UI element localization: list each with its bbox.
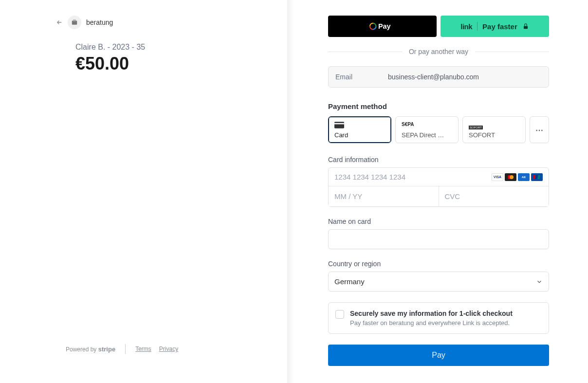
- card-brand-icons: VISA AE: [492, 173, 543, 181]
- link-pay-button[interactable]: link Pay faster: [441, 16, 549, 37]
- payment-tab-card[interactable]: Card: [328, 116, 391, 143]
- payment-form-panel: Pay link Pay faster Or pay another way E…: [294, 0, 588, 383]
- sepa-icon: S€PA: [402, 122, 452, 128]
- payment-tab-card-label: Card: [334, 131, 385, 139]
- product-price: €50.00: [75, 54, 277, 74]
- powered-by-label: Powered by stripe: [66, 346, 115, 353]
- save-info-title: Securely save my information for 1-click…: [350, 310, 513, 317]
- visa-icon: VISA: [492, 173, 503, 181]
- svg-rect-8: [334, 122, 344, 128]
- svg-rect-13: [535, 175, 537, 179]
- footer-divider: [125, 344, 126, 354]
- payment-method-title: Payment method: [328, 102, 549, 110]
- unionpay-icon: [531, 173, 543, 181]
- google-pay-button[interactable]: Pay: [328, 16, 437, 37]
- merchant-name: beratung: [86, 18, 113, 26]
- payment-tab-sepa-label: SEPA Direct …: [402, 131, 452, 139]
- svg-rect-1: [73, 19, 76, 21]
- payment-tab-more[interactable]: ⋯: [530, 116, 549, 143]
- mastercard-icon: [505, 173, 516, 181]
- svg-text:Pay: Pay: [378, 22, 391, 30]
- merchant-logo: [68, 16, 81, 29]
- card-info-label: Card information: [328, 156, 549, 164]
- lock-icon: [522, 23, 529, 30]
- product-description: Claire B. - 2023 - 35: [75, 43, 277, 52]
- pay-button[interactable]: Pay: [328, 345, 549, 366]
- name-on-card-input[interactable]: [328, 229, 549, 249]
- privacy-link[interactable]: Privacy: [159, 346, 178, 352]
- svg-rect-9: [334, 123, 344, 125]
- merchant-header: beratung: [56, 16, 277, 29]
- payment-tab-sofort[interactable]: SOFORT SOFORT: [462, 116, 526, 143]
- save-info-box: Securely save my information for 1-click…: [328, 302, 549, 334]
- amex-icon: AE: [518, 173, 530, 181]
- email-display: Email business-client@planubo.com: [328, 66, 549, 88]
- chevron-down-icon: [536, 278, 543, 285]
- card-number-input[interactable]: [334, 173, 492, 181]
- payment-tab-sepa[interactable]: S€PA SEPA Direct …: [395, 116, 459, 143]
- terms-link[interactable]: Terms: [135, 346, 151, 352]
- link-logo: link: [460, 22, 472, 31]
- order-summary-panel: beratung Claire B. - 2023 - 35 €50.00 Po…: [0, 0, 287, 383]
- svg-rect-0: [72, 21, 77, 25]
- card-expiry-input[interactable]: [329, 186, 439, 206]
- divider-label: Or pay another way: [409, 48, 468, 55]
- svg-point-11: [510, 175, 514, 179]
- payment-tab-sofort-label: SOFORT: [469, 131, 519, 139]
- svg-rect-7: [524, 26, 528, 29]
- email-label: Email: [335, 73, 388, 81]
- link-separator: [477, 22, 478, 31]
- save-info-subtitle: Pay faster on beratung and everywhere Li…: [350, 319, 513, 327]
- name-on-card-label: Name on card: [328, 218, 549, 225]
- email-value: business-client@planubo.com: [388, 73, 479, 81]
- country-label: Country or region: [328, 260, 549, 268]
- alternative-pay-divider: Or pay another way: [328, 48, 549, 55]
- google-pay-icon: Pay: [369, 21, 396, 32]
- save-info-checkbox[interactable]: [335, 310, 344, 319]
- country-value: Germany: [334, 277, 365, 286]
- svg-rect-14: [537, 175, 540, 179]
- stripe-logo: stripe: [98, 346, 115, 353]
- footer: Powered by stripe Terms Privacy: [66, 344, 277, 354]
- back-arrow-icon[interactable]: [56, 19, 63, 26]
- link-pay-label: Pay faster: [482, 22, 517, 31]
- card-icon: [334, 122, 385, 128]
- country-select[interactable]: Germany: [328, 272, 549, 292]
- card-cvc-input[interactable]: [439, 186, 549, 206]
- svg-rect-12: [533, 175, 535, 179]
- sofort-icon: SOFORT: [469, 122, 519, 128]
- ellipsis-icon: ⋯: [535, 126, 543, 135]
- panel-divider-shadow: [287, 0, 294, 383]
